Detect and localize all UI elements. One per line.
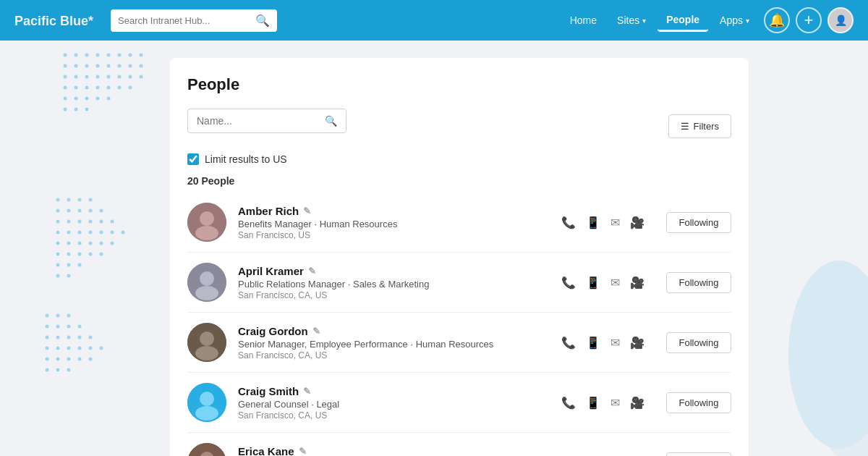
svg-point-111: [195, 346, 218, 360]
nav-item-home[interactable]: Home: [561, 10, 605, 30]
svg-point-81: [56, 325, 60, 329]
phone-icon[interactable]: 📞: [561, 396, 576, 410]
email-icon[interactable]: ✉: [610, 396, 620, 410]
svg-point-113: [200, 392, 214, 406]
avatar[interactable]: [187, 443, 226, 456]
email-icon[interactable]: ✉: [610, 216, 620, 229]
mobile-icon[interactable]: 📱: [586, 216, 600, 229]
video-icon[interactable]: 🎥: [630, 276, 644, 290]
svg-point-101: [56, 368, 60, 372]
svg-point-39: [56, 198, 60, 202]
phone-icon[interactable]: 📞: [561, 276, 576, 290]
person-title: Public Relations Manager · Sales & Marke…: [238, 279, 550, 290]
svg-point-44: [67, 209, 71, 213]
following-button[interactable]: Following: [666, 452, 731, 457]
logo: Pacific Blue*: [14, 12, 93, 29]
svg-point-78: [56, 314, 60, 318]
svg-point-49: [67, 220, 71, 224]
svg-point-56: [78, 231, 82, 235]
user-avatar[interactable]: 👤: [827, 7, 854, 33]
following-button[interactable]: Following: [666, 272, 731, 293]
email-icon[interactable]: ✉: [610, 336, 620, 350]
svg-point-99: [89, 358, 93, 361]
header-search-input[interactable]: [118, 15, 251, 26]
svg-point-96: [56, 358, 60, 361]
following-button[interactable]: Following: [666, 332, 731, 353]
edit-icon[interactable]: ✎: [299, 446, 307, 457]
edit-icon[interactable]: ✎: [308, 266, 316, 276]
following-button[interactable]: Following: [666, 212, 731, 233]
filters-button[interactable]: ☰ Filters: [668, 114, 731, 138]
svg-point-79: [67, 314, 71, 318]
video-icon[interactable]: 🎥: [630, 396, 644, 410]
add-button[interactable]: +: [796, 7, 822, 33]
phone-icon[interactable]: 📞: [561, 336, 576, 350]
avatar[interactable]: [187, 323, 226, 362]
avatar[interactable]: [187, 263, 226, 302]
search-icon: 🔍: [255, 14, 270, 28]
svg-point-20: [107, 75, 111, 79]
svg-point-2: [85, 54, 89, 57]
svg-point-67: [56, 253, 60, 256]
notification-bell-button[interactable]: 🔔: [764, 7, 790, 33]
svg-point-33: [85, 97, 89, 101]
svg-point-72: [56, 263, 60, 267]
svg-point-52: [100, 220, 103, 224]
svg-point-3: [96, 54, 100, 57]
svg-point-58: [100, 231, 103, 235]
svg-point-36: [64, 108, 67, 111]
limit-us-checkbox[interactable]: [187, 153, 199, 165]
person-row: April Kramer ✎ Public Relations Manager …: [187, 253, 731, 313]
svg-point-13: [118, 64, 122, 68]
edit-icon[interactable]: ✎: [303, 386, 311, 397]
person-title: General Counsel · Legal: [238, 399, 550, 410]
svg-point-92: [78, 347, 82, 350]
avatar[interactable]: [187, 203, 226, 242]
plus-icon: +: [804, 11, 814, 30]
video-icon[interactable]: 🎥: [630, 336, 644, 350]
svg-point-4: [107, 54, 111, 57]
svg-point-51: [89, 220, 93, 224]
person-location: San Francisco, US: [238, 230, 550, 240]
chevron-down-icon: ▾: [746, 17, 749, 25]
mobile-icon[interactable]: 📱: [586, 396, 600, 410]
svg-point-24: [64, 86, 67, 90]
svg-point-32: [75, 97, 78, 101]
bell-icon: 🔔: [769, 12, 785, 28]
nav-item-apps[interactable]: Apps ▾: [711, 10, 758, 30]
svg-point-21: [118, 75, 122, 79]
nav-item-people[interactable]: People: [658, 9, 708, 32]
svg-point-27: [96, 86, 100, 90]
video-icon[interactable]: 🎥: [630, 216, 644, 229]
email-icon[interactable]: ✉: [610, 276, 620, 290]
person-actions: 📞 📱 ✉ 🎥: [561, 276, 644, 290]
person-actions: 📞 📱 ✉ 🎥: [561, 396, 644, 410]
svg-point-75: [56, 274, 60, 278]
mobile-icon[interactable]: 📱: [586, 336, 600, 350]
svg-point-74: [78, 263, 82, 267]
svg-point-98: [78, 358, 82, 361]
svg-point-57: [89, 231, 93, 235]
left-sidebar: [0, 41, 156, 456]
following-button[interactable]: Following: [666, 392, 731, 413]
svg-point-105: [195, 226, 218, 240]
svg-point-19: [96, 75, 100, 79]
svg-point-70: [89, 253, 93, 256]
dots-decoration: [0, 41, 156, 456]
svg-point-11: [96, 64, 100, 68]
svg-point-85: [56, 336, 60, 339]
edit-icon[interactable]: ✎: [303, 206, 311, 216]
avatar[interactable]: [187, 383, 226, 422]
people-list: Amber Rich ✎ Benefits Manager · Human Re…: [187, 193, 731, 456]
person-name: Craig Gordon ✎: [238, 325, 550, 337]
person-info: April Kramer ✎ Public Relations Manager …: [238, 265, 550, 300]
svg-point-61: [56, 242, 60, 245]
svg-point-59: [111, 231, 114, 235]
mobile-icon[interactable]: 📱: [586, 276, 600, 290]
person-location: San Francisco, CA, US: [238, 290, 550, 300]
name-search-input[interactable]: [197, 115, 319, 127]
edit-icon[interactable]: ✎: [312, 326, 320, 337]
svg-point-65: [100, 242, 103, 245]
nav-item-sites[interactable]: Sites ▾: [608, 10, 655, 30]
phone-icon[interactable]: 📞: [561, 216, 576, 229]
